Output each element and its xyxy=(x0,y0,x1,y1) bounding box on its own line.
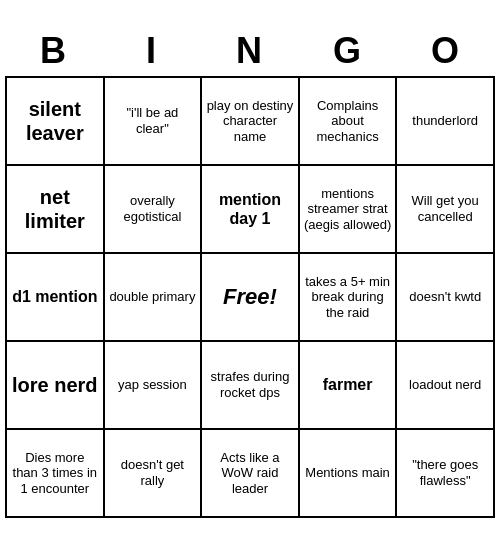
bingo-cell[interactable]: Complains about mechanics xyxy=(300,78,398,166)
bingo-cell[interactable]: Will get you cancelled xyxy=(397,166,495,254)
bingo-cell[interactable]: Free! xyxy=(202,254,300,342)
letter-i: I xyxy=(103,26,201,76)
letter-o: O xyxy=(397,26,495,76)
bingo-cell[interactable]: "there goes flawless" xyxy=(397,430,495,518)
bingo-cell[interactable]: farmer xyxy=(300,342,398,430)
bingo-cell[interactable]: net limiter xyxy=(7,166,105,254)
bingo-cell[interactable]: takes a 5+ min break during the raid xyxy=(300,254,398,342)
bingo-cell[interactable]: play on destiny character name xyxy=(202,78,300,166)
bingo-cell[interactable]: Dies more than 3 times in 1 encounter xyxy=(7,430,105,518)
letter-n: N xyxy=(201,26,299,76)
bingo-cell[interactable]: mention day 1 xyxy=(202,166,300,254)
bingo-cell[interactable]: Acts like a WoW raid leader xyxy=(202,430,300,518)
letter-g: G xyxy=(299,26,397,76)
bingo-cell[interactable]: yap session xyxy=(105,342,203,430)
letter-b: B xyxy=(5,26,103,76)
bingo-cell[interactable]: d1 mention xyxy=(7,254,105,342)
bingo-cell[interactable]: strafes during rocket dps xyxy=(202,342,300,430)
bingo-grid: silent leaver"i'll be ad clear"play on d… xyxy=(5,76,495,518)
bingo-cell[interactable]: doesn't kwtd xyxy=(397,254,495,342)
bingo-card: B I N G O silent leaver"i'll be ad clear… xyxy=(5,26,495,518)
bingo-cell[interactable]: silent leaver xyxy=(7,78,105,166)
bingo-cell[interactable]: thunderlord xyxy=(397,78,495,166)
bingo-cell[interactable]: lore nerd xyxy=(7,342,105,430)
bingo-header: B I N G O xyxy=(5,26,495,76)
bingo-cell[interactable]: double primary xyxy=(105,254,203,342)
bingo-cell[interactable]: loadout nerd xyxy=(397,342,495,430)
bingo-cell[interactable]: "i'll be ad clear" xyxy=(105,78,203,166)
bingo-cell[interactable]: overally egotistical xyxy=(105,166,203,254)
bingo-cell[interactable]: Mentions main xyxy=(300,430,398,518)
bingo-cell[interactable]: doesn't get rally xyxy=(105,430,203,518)
bingo-cell[interactable]: mentions streamer strat (aegis allowed) xyxy=(300,166,398,254)
